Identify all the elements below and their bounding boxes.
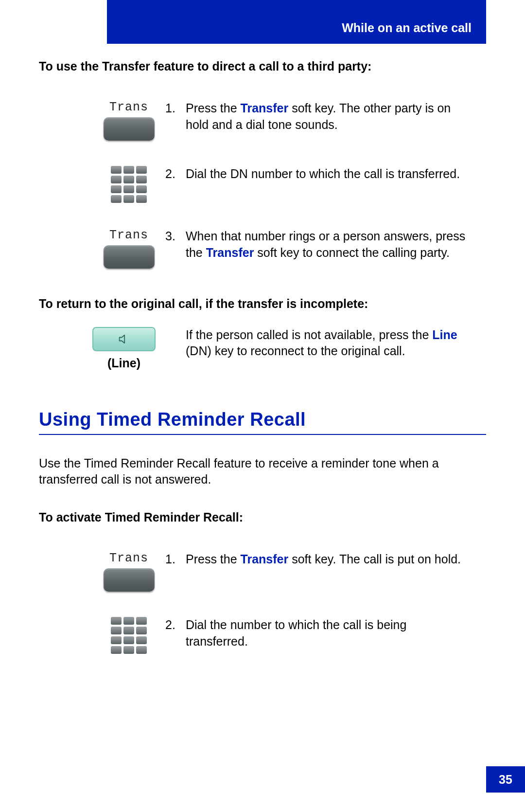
intro-return: To return to the original call, if the t…	[39, 296, 486, 312]
step-body: 2. Dial the number to which the call is …	[165, 617, 486, 650]
line-key-row: (Line) If the person called is not avail…	[39, 327, 486, 370]
step-text: Dial the number to which the call is bei…	[186, 617, 486, 650]
keypad-icon	[111, 166, 147, 203]
softkey-button-icon	[104, 568, 155, 592]
keypad-illustration	[39, 617, 165, 654]
step-row: Trans 1. Press the Transfer soft key. Th…	[39, 551, 486, 592]
text-fragment: If the person called is not available, p…	[186, 328, 432, 342]
text-fragment: (DN) key to reconnect to the original ca…	[186, 344, 405, 358]
text-fragment: soft key. The call is put on hold.	[288, 552, 461, 566]
step-body: If the person called is not available, p…	[165, 327, 486, 360]
section2-intro: Use the Timed Reminder Recall feature to…	[39, 455, 486, 488]
page-number-value: 35	[499, 773, 512, 787]
keypad-icon	[111, 617, 147, 654]
step-number: 3.	[165, 228, 186, 245]
softkey-button-icon	[104, 245, 155, 269]
step-text: If the person called is not available, p…	[165, 327, 486, 360]
softkey-label: Trans	[109, 228, 148, 242]
text-fragment: Dial the number to which the call is bei…	[186, 618, 406, 648]
step-body: 2. Dial the DN number to which the call …	[165, 166, 486, 182]
text-fragment: Press the	[186, 101, 241, 115]
page-content: To use the Transfer feature to direct a …	[39, 0, 486, 654]
intro-transfer: To use the Transfer feature to direct a …	[39, 58, 486, 75]
step-text: Press the Transfer soft key. The other p…	[186, 100, 486, 133]
step-number: 1.	[165, 551, 186, 568]
softkey-illustration: Trans	[39, 551, 165, 592]
softkey-label: Trans	[109, 100, 148, 114]
softkey-illustration: Trans	[39, 100, 165, 141]
step-body: 3. When that number rings or a person an…	[165, 228, 486, 261]
step-body: 1. Press the Transfer soft key. The call…	[165, 551, 486, 568]
intro-activate: To activate Timed Reminder Recall:	[39, 509, 486, 526]
softkey-label: Trans	[109, 551, 148, 565]
header-tab: While on an active call	[107, 0, 486, 44]
manual-page: While on an active call To use the Trans…	[0, 0, 525, 812]
step-row: Trans 3. When that number rings or a per…	[39, 228, 486, 269]
keyword-transfer: Transfer	[206, 246, 254, 259]
line-key-illustration: (Line)	[39, 327, 165, 370]
step-text: Dial the DN number to which the call is …	[186, 166, 486, 182]
step-text: When that number rings or a person answe…	[186, 228, 486, 261]
line-caption: (Line)	[107, 356, 140, 370]
step-text: Press the Transfer soft key. The call is…	[186, 551, 486, 568]
speaker-icon	[117, 332, 131, 346]
keyword-line: Line	[432, 328, 457, 342]
step-number: 2.	[165, 617, 186, 633]
step-row: 2. Dial the DN number to which the call …	[39, 166, 486, 203]
step-row: 2. Dial the number to which the call is …	[39, 617, 486, 654]
header-title: While on an active call	[342, 21, 472, 35]
step-body: 1. Press the Transfer soft key. The othe…	[165, 100, 486, 133]
keypad-illustration	[39, 166, 165, 203]
softkey-button-icon	[104, 117, 155, 141]
keyword-transfer: Transfer	[241, 101, 289, 115]
step-number: 1.	[165, 100, 186, 117]
text-fragment: Dial the DN number to which the call is …	[186, 167, 460, 180]
softkey-illustration: Trans	[39, 228, 165, 269]
step-row: Trans 1. Press the Transfer soft key. Th…	[39, 100, 486, 141]
page-number: 35	[486, 766, 525, 793]
line-key-icon	[92, 327, 156, 351]
text-fragment: soft key to connect the calling party.	[254, 246, 450, 259]
section-title-timed-reminder: Using Timed Reminder Recall	[39, 409, 486, 435]
keyword-transfer: Transfer	[241, 552, 289, 566]
text-fragment: Press the	[186, 552, 241, 566]
step-number: 2.	[165, 166, 186, 182]
